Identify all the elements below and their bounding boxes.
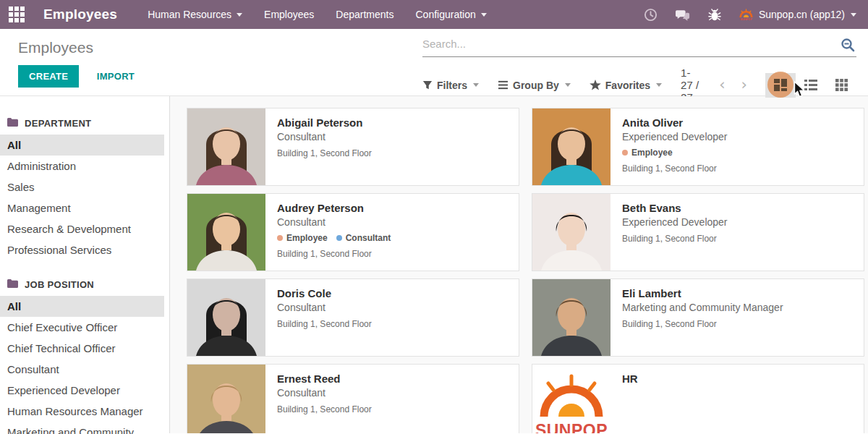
employee-photo	[187, 365, 265, 433]
apps-menu-button[interactable]	[0, 0, 33, 29]
import-button[interactable]: IMPORT	[97, 71, 135, 82]
employee-location: Building 1, Second Floor	[622, 163, 728, 174]
caret-down-icon	[237, 13, 242, 17]
employee-tags: Employee	[622, 148, 728, 158]
favorites-icon	[590, 80, 601, 90]
employee-card[interactable]: Audrey PetersonConsultantEmployeeConsult…	[187, 193, 519, 271]
employee-name: Doris Cole	[277, 287, 372, 299]
sidebar-filter-item[interactable]: All	[0, 296, 164, 317]
employee-card[interactable]: Beth EvansExperienced DeveloperBuilding …	[532, 193, 864, 271]
user-avatar: SUNPOP	[739, 9, 753, 20]
sidebar-filter-item[interactable]: Professional Services	[0, 239, 164, 260]
apps-menu-icon	[9, 7, 25, 22]
kanban-view-button[interactable]	[765, 73, 796, 98]
top-menu-item-2[interactable]: Departments	[336, 9, 393, 20]
grid-view-icon	[835, 79, 848, 91]
employee-photo	[532, 279, 610, 356]
svg-text:SUNPOP: SUNPOP	[740, 17, 752, 20]
folder-icon	[7, 118, 18, 129]
employee-card[interactable]: SUNPOPHR	[532, 364, 864, 433]
top-menu-item-0[interactable]: Human Resources	[148, 9, 242, 20]
sidebar-section-title: DEPARTMENT	[0, 118, 169, 135]
sidebar-sections: DEPARTMENTAllAdministrationSalesManageme…	[0, 118, 169, 434]
employee-tags: EmployeeConsultant	[277, 233, 391, 243]
list-view-button[interactable]	[796, 73, 826, 98]
employee-name: HR	[622, 373, 638, 385]
employee-photo	[187, 109, 265, 185]
tag-dot-icon	[277, 235, 283, 241]
sidebar-section-title: JOB POSITION	[0, 279, 169, 296]
list-view-icon	[804, 80, 817, 90]
create-button[interactable]: CREATE	[18, 65, 79, 88]
tag-dot-icon	[336, 235, 342, 241]
employee-name: Anita Oliver	[622, 116, 728, 129]
employee-job-title: Experienced Developer	[622, 131, 728, 142]
kanban-view-icon	[774, 79, 787, 91]
sidebar-filter-item[interactable]: Chief Executive Officer	[0, 317, 164, 338]
activities-icon[interactable]	[644, 7, 658, 22]
employee-name: Ernest Reed	[277, 373, 372, 385]
employee-card[interactable]: Anita OliverExperienced DeveloperEmploye…	[532, 108, 864, 186]
employee-tag: Employee	[622, 148, 673, 158]
sidebar-section: JOB POSITIONAllChief Executive OfficerCh…	[0, 279, 169, 434]
sidebar-section: DEPARTMENTAllAdministrationSalesManageme…	[0, 118, 169, 260]
employee-photo	[187, 279, 265, 356]
employee-name: Beth Evans	[622, 202, 728, 214]
employee-photo	[532, 109, 610, 185]
sidebar-filter-item[interactable]: All	[0, 135, 164, 156]
employee-card[interactable]: Eli LambertMarketing and Community Manag…	[532, 278, 864, 357]
employee-grid: Abigail PetersonConsultantBuilding 1, Se…	[187, 108, 868, 433]
employee-job-title: Consultant	[277, 216, 391, 228]
employee-location: Building 1, Second Floor	[622, 319, 783, 329]
filters-icon	[422, 80, 433, 90]
messages-icon[interactable]	[676, 7, 690, 22]
employee-job-title: Consultant	[277, 387, 372, 399]
pager-prev-button[interactable]: ‹	[712, 77, 731, 93]
employee-tag: Employee	[277, 233, 328, 243]
view-switcher	[765, 73, 856, 98]
debug-icon[interactable]	[707, 7, 722, 22]
sidebar-filter-item[interactable]: Human Resources Manager	[0, 401, 164, 422]
employee-location: Building 1, Second Floor	[277, 404, 372, 414]
employee-job-title: Experienced Developer	[622, 216, 728, 228]
employee-location: Building 1, Second Floor	[622, 234, 728, 244]
filter-sidebar: DEPARTMENTAllAdministrationSalesManageme…	[0, 96, 170, 433]
search-icon[interactable]	[841, 38, 855, 55]
employee-job-title: Consultant	[277, 302, 372, 313]
employee-card[interactable]: Doris ColeConsultantBuilding 1, Second F…	[187, 278, 519, 357]
user-caret-icon	[851, 13, 856, 17]
employee-job-title: Marketing and Community Manager	[622, 302, 783, 313]
employee-name: Audrey Peterson	[277, 202, 391, 214]
employee-name: Abigail Peterson	[277, 116, 372, 129]
sidebar-filter-item[interactable]: Chief Technical Officer	[0, 338, 164, 359]
user-menu[interactable]: SUNPOP Sunpop.cn (app12)	[739, 9, 856, 20]
employee-card[interactable]: Abigail PetersonConsultantBuilding 1, Se…	[187, 108, 519, 186]
sidebar-filter-item[interactable]: Experienced Developer	[0, 380, 164, 401]
employee-location: Building 1, Second Floor	[277, 249, 391, 259]
sidebar-filter-item[interactable]: Administration	[0, 156, 164, 176]
pager-next-button[interactable]: ›	[735, 77, 754, 93]
employee-tag: Consultant	[336, 233, 391, 243]
filters-dropdown[interactable]: Filters	[422, 80, 479, 91]
content-area: Abigail PetersonConsultantBuilding 1, Se…	[170, 96, 868, 433]
favorites-dropdown[interactable]: Favorites	[590, 80, 662, 91]
company-logo: SUNPOP	[532, 365, 610, 433]
control-panel: Employees CREATE IMPORT Filters Group By…	[0, 29, 868, 96]
employee-location: Building 1, Second Floor	[277, 148, 372, 158]
group-by-dropdown[interactable]: Group By	[498, 80, 571, 91]
sidebar-filter-item[interactable]: Research & Development	[0, 218, 164, 239]
sidebar-filter-item[interactable]: Marketing and Community ...	[0, 422, 164, 434]
sidebar-filter-item[interactable]: Sales	[0, 176, 164, 197]
group-by-icon	[498, 80, 509, 90]
grid-view-button[interactable]	[826, 73, 856, 98]
employee-job-title: Consultant	[277, 131, 372, 142]
tag-dot-icon	[622, 150, 628, 156]
sidebar-filter-item[interactable]: Management	[0, 197, 164, 218]
svg-text:SUNPOP: SUNPOP	[535, 421, 608, 433]
top-menu-item-3[interactable]: Configuration	[416, 9, 487, 20]
search-input[interactable]	[422, 38, 856, 50]
employee-card[interactable]: Ernest ReedConsultantBuilding 1, Second …	[187, 364, 519, 433]
top-menu-item-1[interactable]: Employees	[264, 9, 314, 20]
sidebar-filter-item[interactable]: Consultant	[0, 359, 164, 380]
folder-icon	[7, 279, 18, 290]
